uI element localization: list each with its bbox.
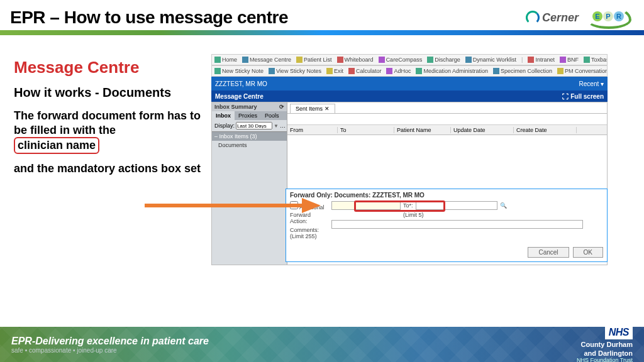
search-icon[interactable]: 🔍 bbox=[500, 202, 507, 209]
arrow-head-icon bbox=[302, 198, 321, 213]
sidebar-tabs: Inbox Proxies Pools bbox=[212, 111, 287, 120]
toolbar-icon bbox=[465, 57, 472, 63]
toolbar-label: Home bbox=[222, 57, 237, 63]
toolbar-item[interactable]: New Sticky Note bbox=[214, 68, 264, 74]
recent-menu[interactable]: Recent ▾ bbox=[579, 80, 604, 87]
toolbar-label: CareCompass bbox=[386, 57, 423, 63]
para-2: and the mandatory actions box set bbox=[14, 162, 203, 176]
ok-button[interactable]: OK bbox=[573, 247, 603, 258]
col-create[interactable]: Create Date bbox=[514, 127, 577, 133]
forward-dialog: Forward Only: Documents: ZZZTEST, MR MO … bbox=[286, 189, 608, 262]
toolbar-icon bbox=[337, 57, 343, 63]
refresh-icon[interactable]: ⟳ bbox=[279, 104, 284, 110]
limit5-label: (Limit 5) bbox=[403, 212, 424, 218]
epr-logo: E P R bbox=[586, 6, 631, 29]
display-range-input[interactable] bbox=[236, 122, 272, 129]
toolbar-icon bbox=[493, 68, 499, 74]
toolbar-icon bbox=[386, 68, 392, 74]
toolbar-label: Intranet bbox=[535, 57, 555, 63]
tab-pools[interactable]: Pools bbox=[261, 111, 283, 120]
module-title: Message Centre bbox=[215, 93, 264, 100]
display-filter: Display: ▼ … bbox=[212, 120, 287, 131]
callout-arrow bbox=[145, 198, 321, 213]
toolbar-icon bbox=[214, 57, 221, 63]
toolbar-item[interactable]: Specimen Collection bbox=[493, 68, 552, 74]
toolbar-item[interactable]: View Sticky Notes bbox=[269, 68, 321, 74]
toolbar-item[interactable]: Whiteboard bbox=[337, 57, 374, 63]
toolbar-label: Exit bbox=[334, 68, 343, 74]
toolbar-icon bbox=[214, 68, 221, 74]
team-illustration bbox=[75, 289, 566, 323]
sidebar-item[interactable]: Documents bbox=[212, 141, 287, 150]
toolbar-item[interactable]: Dynamic Worklist bbox=[465, 57, 516, 63]
epr-letter-r: R bbox=[614, 11, 624, 21]
para-1: The forward document form has to be fill… bbox=[14, 109, 203, 154]
toolbar-label: Message Centre bbox=[250, 57, 291, 63]
toolbar-item[interactable]: Discharge bbox=[427, 57, 460, 63]
toolbar-icon bbox=[427, 57, 433, 63]
trust-line-2: and Darlington bbox=[577, 349, 633, 357]
toolbar-item[interactable]: BNF bbox=[560, 57, 579, 63]
epr-circles: E P R bbox=[592, 11, 624, 21]
tab-sent-items[interactable]: Sent Items ✕ bbox=[290, 104, 335, 113]
toolbar-label: Calculator bbox=[356, 68, 382, 74]
toolbar-item[interactable]: Patient List bbox=[296, 57, 332, 63]
toolbar-item[interactable]: Exit bbox=[326, 68, 343, 74]
sidebar-header: Inbox Summary⟳ bbox=[212, 102, 287, 111]
toolbar-item[interactable]: Home bbox=[214, 57, 237, 63]
toolbar-label: Toxbase bbox=[591, 57, 608, 63]
close-icon[interactable]: ✕ bbox=[325, 106, 330, 112]
toolbar-icon bbox=[416, 68, 422, 74]
toolbar-label: Patient List bbox=[304, 57, 332, 63]
toolbar-item[interactable]: Toxbase bbox=[584, 57, 608, 63]
epr-letter-p: P bbox=[603, 11, 613, 21]
clinician-name-highlight: clinician name bbox=[14, 137, 99, 154]
logo-group: Cerner E P R bbox=[526, 6, 631, 29]
col-to[interactable]: To bbox=[338, 127, 394, 133]
nhs-logo-block: NHS County Durham and Darlington NHS Fou… bbox=[577, 326, 633, 362]
toolbar-item[interactable]: CareCompass bbox=[379, 57, 423, 63]
toolbar-item[interactable]: Message Centre bbox=[242, 57, 291, 63]
toolbar-item[interactable]: Intranet bbox=[528, 57, 555, 63]
col-from[interactable]: From bbox=[287, 127, 338, 133]
toolbar-row-1: HomeMessage CentrePatient ListWhiteboard… bbox=[211, 54, 608, 65]
toolbar-icon bbox=[528, 57, 534, 63]
fullscreen-toggle[interactable]: ⛶ Full screen bbox=[562, 93, 604, 100]
title-accent-bar bbox=[0, 30, 644, 35]
display-label: Display: bbox=[214, 123, 235, 129]
col-update[interactable]: Update Date bbox=[451, 127, 514, 133]
grid-header: From To Patient Name Update Date Create … bbox=[287, 125, 607, 135]
arrow-line bbox=[145, 204, 302, 207]
toolbar-label: Specimen Collection bbox=[501, 68, 552, 74]
toolbar-icon bbox=[326, 68, 333, 74]
toolbar-item[interactable]: PM Conversation bbox=[557, 68, 608, 74]
toolbar-icon bbox=[269, 68, 275, 74]
toolbar-label: Dynamic Worklist bbox=[473, 57, 516, 63]
toolbar-label: Discharge bbox=[435, 57, 460, 63]
cancel-button[interactable]: Cancel bbox=[528, 247, 569, 258]
ellipsis-icon[interactable]: … bbox=[280, 123, 286, 129]
sidebar: Inbox Summary⟳ Inbox Proxies Pools Displ… bbox=[212, 102, 287, 265]
explainer-text: Message Centre How it works - Documents … bbox=[14, 58, 203, 183]
chevron-down-icon[interactable]: ▼ bbox=[274, 123, 279, 129]
toolbar-item[interactable]: Medication Administration bbox=[416, 68, 488, 74]
footer-tagline: EPR-Delivering excellence in patient car… bbox=[11, 336, 209, 347]
comments-field[interactable] bbox=[331, 220, 583, 229]
para-1a: The forward document form has to be fill… bbox=[14, 109, 201, 136]
content-actions bbox=[287, 114, 607, 125]
tab-inbox[interactable]: Inbox bbox=[212, 111, 235, 120]
toolbar-item[interactable]: AdHoc bbox=[386, 68, 411, 74]
footer-left: EPR-Delivering excellence in patient car… bbox=[11, 336, 209, 354]
sidebar-section-header[interactable]: – Inbox Items (3) bbox=[212, 131, 287, 141]
col-patient[interactable]: Patient Name bbox=[394, 127, 451, 133]
footer-subline: safe • compassionate • joined-up care bbox=[11, 347, 209, 354]
toolbar-icon bbox=[584, 57, 590, 63]
toolbar-label: View Sticky Notes bbox=[276, 68, 321, 74]
toolbar-icon bbox=[242, 57, 248, 63]
trust-line-3: NHS Foundation Trust bbox=[577, 357, 633, 362]
toolbar-icon bbox=[348, 68, 355, 74]
toolbar-label: AdHoc bbox=[394, 68, 411, 74]
toolbar-item[interactable]: Calculator bbox=[348, 68, 382, 74]
toolbar-label: PM Conversation bbox=[565, 68, 608, 74]
tab-proxies[interactable]: Proxies bbox=[235, 111, 261, 120]
